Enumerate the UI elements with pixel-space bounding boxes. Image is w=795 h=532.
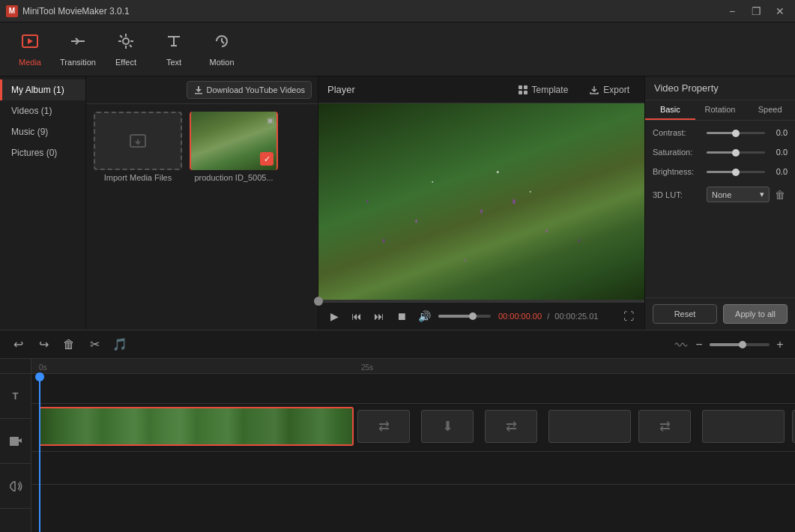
player-title: Player (327, 84, 355, 95)
audio-track-icon (0, 464, 31, 509)
lut-delete-button[interactable]: 🗑 (773, 187, 788, 202)
contrast-row: Contrast: 0.0 (653, 128, 788, 137)
volume-slider[interactable] (438, 315, 491, 318)
brightness-label: Brightness: (653, 167, 707, 176)
svg-rect-6 (519, 91, 522, 94)
saturation-row: Saturation: 0.0 (653, 148, 788, 157)
toolbar-media[interactable]: Media (7, 26, 52, 73)
player-progress-bar[interactable] (318, 300, 644, 303)
motion-icon (213, 32, 231, 55)
audio-track-row (31, 452, 795, 485)
reset-button[interactable]: Reset (653, 304, 717, 324)
template-button[interactable]: Template (512, 82, 575, 97)
transition-clip-3[interactable]: ⇄ (485, 410, 537, 443)
video-track-icon (0, 419, 31, 464)
zoom-minus-button[interactable]: − (692, 337, 707, 352)
svg-point-1 (123, 38, 129, 44)
playhead[interactable] (39, 374, 40, 532)
placeholder-clip-1[interactable] (548, 410, 631, 443)
placeholder-clip-2[interactable] (702, 410, 785, 443)
toolbar-transition[interactable]: Transition (55, 26, 100, 73)
brightness-value: 0.0 (765, 167, 788, 176)
ruler-spacer (0, 359, 31, 374)
svg-rect-4 (519, 85, 522, 89)
video-clip[interactable] (39, 407, 354, 446)
apply-to-all-button[interactable]: Apply to all (723, 304, 788, 324)
sidebar-item-videos[interactable]: Videos (1) (0, 100, 85, 121)
media-label: Media (19, 58, 41, 67)
prev-frame-button[interactable]: ⏮ (347, 306, 366, 326)
zoom-plus-button[interactable]: + (773, 337, 788, 352)
effect-icon (117, 32, 135, 55)
saturation-slider[interactable] (707, 151, 765, 154)
property-panel: Video Property Basic Rotation Speed Cont… (645, 76, 795, 330)
brightness-row: Brightness: 0.0 (653, 167, 788, 176)
text-track-icon: T (0, 374, 31, 419)
next-frame-button[interactable]: ⏭ (369, 306, 389, 326)
close-button[interactable]: ✕ (771, 5, 789, 17)
zoom-wave-icon (674, 337, 689, 352)
restore-button[interactable]: ❐ (747, 5, 765, 17)
transition-clip-2[interactable]: ⬇ (421, 410, 474, 443)
zoom-thumb (739, 341, 746, 348)
property-tabs: Basic Rotation Speed (645, 100, 795, 121)
lut-select[interactable]: None ▾ (707, 187, 770, 202)
video-media-item[interactable]: ▣ ✓ production ID_5005... (190, 112, 278, 182)
property-actions: Reset Apply to all (645, 297, 795, 330)
volume-button[interactable]: 🔊 (414, 306, 434, 326)
svg-rect-5 (524, 85, 528, 89)
media-panel-header: Download YouTube Videos (86, 76, 318, 104)
delete-clip-button[interactable]: 🗑 (58, 334, 79, 355)
sidebar-item-my-album[interactable]: My Album (1) (0, 79, 85, 100)
play-button[interactable]: ▶ (324, 306, 344, 326)
sidebar-item-pictures[interactable]: Pictures (0) (0, 142, 85, 163)
contrast-slider[interactable] (707, 132, 765, 134)
time-total: 00:00:25.01 (554, 312, 598, 321)
main-area: My Album (1) Videos (1) Music (9) Pictur… (0, 76, 795, 330)
toolbar-motion[interactable]: Motion (199, 26, 244, 73)
progress-thumb (314, 297, 323, 306)
transition-label: Transition (60, 58, 96, 67)
bottom-area: ↩ ↪ 🗑 ✂ 🎵 − + T (0, 330, 795, 532)
effect-label: Effect (115, 58, 136, 67)
window-controls: − ❐ ✕ (723, 5, 789, 17)
motion-label: Motion (209, 58, 234, 67)
media-panel: Download YouTube Videos Import Media Fil… (86, 76, 318, 330)
transition-clip-4[interactable]: ⇄ (638, 410, 691, 443)
chevron-down-icon: ▾ (760, 190, 764, 199)
cut-button[interactable]: ✂ (84, 334, 105, 355)
svg-rect-8 (10, 437, 19, 446)
sidebar-item-music[interactable]: Music (9) (0, 121, 85, 142)
text-track-row (31, 374, 795, 404)
toolbar-text[interactable]: Text (151, 26, 196, 73)
svg-rect-2 (195, 93, 202, 94)
import-thumb (94, 112, 182, 170)
transition-clip-1[interactable]: ⇄ (357, 410, 410, 443)
tab-speed[interactable]: Speed (745, 100, 795, 120)
tab-basic[interactable]: Basic (645, 100, 695, 120)
player-video (318, 103, 644, 300)
time-current: 00:00:00.00 (498, 312, 542, 321)
volume-fill (438, 315, 473, 318)
export-button[interactable]: Export (583, 82, 635, 97)
undo-button[interactable]: ↩ (7, 334, 28, 355)
property-panel-header: Video Property (645, 76, 795, 100)
redo-button[interactable]: ↪ (33, 334, 54, 355)
fullscreen-button[interactable]: ⛶ (619, 306, 638, 326)
zoom-slider[interactable] (710, 343, 770, 346)
time-separator: / (545, 312, 551, 321)
sidebar: My Album (1) Videos (1) Music (9) Pictur… (0, 76, 86, 330)
ruler-mark-25s: 25s (361, 363, 373, 372)
text-label: Text (166, 58, 181, 67)
stop-button[interactable]: ⏹ (392, 306, 411, 326)
tab-rotation[interactable]: Rotation (695, 100, 746, 120)
timeline-content[interactable]: 0s 25s ⇄ ⬇ ⇄ (31, 359, 795, 532)
download-youtube-button[interactable]: Download YouTube Videos (187, 81, 312, 99)
import-media-item[interactable]: Import Media Files (94, 112, 182, 182)
transition-clip-5[interactable]: ⇄ (792, 410, 795, 443)
brightness-slider[interactable] (707, 171, 765, 173)
detach-audio-button[interactable]: 🎵 (109, 334, 130, 355)
toolbar-effect[interactable]: Effect (103, 26, 148, 73)
tracks-container: ⇄ ⬇ ⇄ ⇄ ⇄ (31, 374, 795, 532)
minimize-button[interactable]: − (723, 5, 741, 17)
